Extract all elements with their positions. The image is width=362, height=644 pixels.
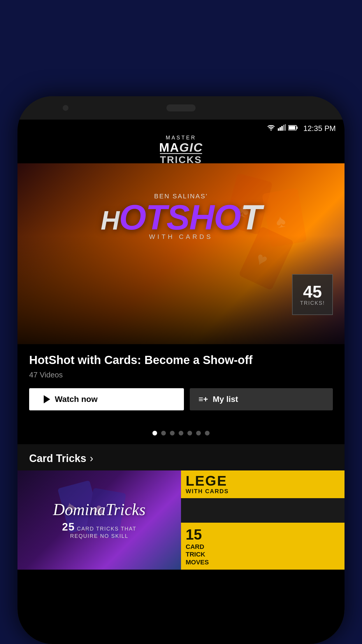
lege-title: LEGE [186, 474, 340, 488]
chevron-right-icon: › [90, 452, 93, 465]
video-cards-row: ♠ ♣ DominaTricks 25 CARD TRICKS THAT REQ… [17, 470, 345, 570]
add-list-icon: ≡+ [198, 395, 208, 404]
phone-camera [63, 105, 68, 111]
lege-number: 15 [186, 526, 202, 543]
my-list-label: My list [213, 395, 238, 404]
pagination-dot-7[interactable] [205, 431, 210, 435]
hero-banner: ♣ ♠ ♥ BEN SALINAS' HotShoT WITH CARDS 45… [17, 163, 345, 344]
pagination-dot-1[interactable] [152, 431, 157, 435]
signal-icon [278, 124, 286, 132]
svg-rect-7 [289, 126, 295, 130]
pagination-dot-5[interactable] [187, 431, 192, 435]
pagination-dots [17, 425, 345, 444]
watch-now-label: Watch now [55, 395, 98, 404]
svg-rect-1 [280, 127, 281, 131]
pagination-dot-3[interactable] [170, 431, 175, 435]
lege-top: LEGE WITH CARDS [181, 470, 345, 498]
wifi-icon [267, 124, 275, 132]
section-title: Card Tricks [29, 452, 86, 465]
phone-frame: 12:35 PM MASTER MagiC TrickS ♣ [17, 96, 345, 644]
tricks-number: 45 [303, 283, 322, 300]
app-header: MASTER MagiC TrickS [17, 137, 345, 163]
domina-subtitle-text: CARD TRICKS THAT [77, 526, 136, 532]
hero-info: HotShot with Cards: Become a Show-off 47… [17, 344, 345, 425]
battery-icon [288, 125, 298, 132]
hero-video-count: 47 Videos [29, 370, 333, 379]
status-icons: 12:35 PM [267, 124, 336, 133]
svg-rect-0 [278, 128, 279, 131]
video-card-lege[interactable]: LEGE WITH CARDS 15 CARD TRICK MOVES [181, 470, 345, 570]
hero-title: HotShot with Cards: Become a Show-off [29, 353, 333, 367]
tricks-badge: 45 TRICKS! [292, 274, 333, 315]
tricks-label: TRICKS! [300, 300, 325, 306]
lege-middle [181, 498, 345, 522]
hero-main-title: HotShoT [101, 202, 261, 233]
domina-title: DominaTricks [53, 501, 145, 519]
domina-number: 25 [62, 521, 75, 533]
domina-subtitle2-text: REQUIRE NO SKILL [70, 533, 128, 539]
phone-speaker [166, 104, 196, 111]
svg-rect-3 [283, 125, 284, 131]
card-moves-line1: CARD TRICK MOVES [186, 543, 340, 566]
status-bar: 12:35 PM [17, 120, 345, 137]
lege-with-cards: WITH CARDS [186, 488, 340, 495]
pagination-dot-6[interactable] [196, 431, 201, 435]
logo-master: MASTER [159, 135, 203, 141]
phone-screen: 12:35 PM MASTER MagiC TrickS ♣ [17, 120, 345, 644]
domina-content: DominaTricks 25 CARD TRICKS THAT REQUIRE… [53, 501, 145, 540]
pagination-dot-4[interactable] [179, 431, 183, 435]
video-card-dominatricks[interactable]: ♠ ♣ DominaTricks 25 CARD TRICKS THAT REQ… [17, 470, 181, 570]
card-tricks-section: Card Tricks › ♠ ♣ Domi [17, 444, 345, 570]
hero-buttons: Watch now ≡+ My list [29, 388, 333, 410]
pagination-dot-2[interactable] [161, 431, 166, 435]
hotshot-title-area: BEN SALINAS' HotShoT WITH CARDS [17, 192, 345, 241]
svg-rect-4 [285, 124, 286, 131]
logo-main: MagiC [159, 141, 203, 154]
status-time: 12:35 PM [303, 124, 336, 133]
svg-rect-2 [281, 126, 283, 131]
hero-with-cards: WITH CARDS [149, 233, 213, 241]
domina-subtitle: 25 CARD TRICKS THAT REQUIRE NO SKILL [53, 521, 145, 539]
hero-overlay [17, 163, 345, 344]
phone-top-bar [17, 96, 345, 120]
watch-now-button[interactable]: Watch now [29, 388, 184, 410]
svg-rect-6 [296, 127, 298, 129]
my-list-button[interactable]: ≡+ My list [190, 388, 333, 410]
lege-bottom: 15 CARD TRICK MOVES [181, 523, 345, 570]
app-logo: MASTER MagiC TrickS [159, 135, 203, 165]
play-icon [44, 395, 50, 403]
section-header[interactable]: Card Tricks › [17, 444, 345, 470]
